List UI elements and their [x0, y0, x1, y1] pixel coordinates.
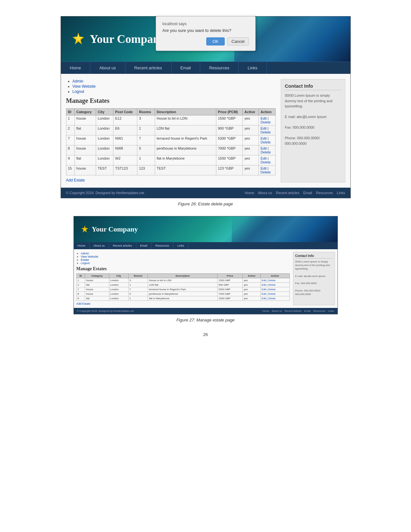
nav-home-27[interactable]: Home	[74, 242, 90, 249]
footer-nav-27: Home About us Recent articles Email Reso…	[262, 310, 334, 312]
dialog-ok-button[interactable]: OK	[206, 37, 225, 45]
footer-recent-26[interactable]: Recent articles	[276, 191, 299, 195]
figure-27-wrapper: Your Company Home About us Recent articl…	[73, 216, 338, 322]
edit-link-7[interactable]: Edit	[260, 136, 267, 140]
figure-27-caption: Figure 27: Manage estate page	[73, 318, 338, 322]
footer-email-27[interactable]: Email	[304, 310, 311, 312]
footer-recent-27[interactable]: Recent articles	[285, 310, 302, 312]
edit-link-2[interactable]: Edit	[260, 126, 267, 130]
main-content-26: Admin View Website Logout Manage Estates…	[61, 74, 350, 188]
dialog-buttons: OK Cancel	[162, 37, 249, 45]
site-footer-26: © Copyright 2018. Designed by htmltempla…	[61, 188, 350, 198]
table-row: 2 flat London 1 LDN flat 900 GBP yes Edi…	[76, 283, 289, 287]
table-row: 9 flat London W2 1 flat in Marylebone 15…	[66, 155, 275, 165]
footer-resources-27[interactable]: Resources	[313, 310, 326, 312]
page-heading-26: Manage Estates	[66, 97, 276, 104]
delete-dialog: localhost says Are you sure you want to …	[156, 16, 256, 51]
nav-email-27[interactable]: Email	[136, 242, 152, 249]
table-row: 1 house London E12 3 House to let in LDN…	[66, 115, 275, 125]
nav-resources-27[interactable]: Resources	[152, 242, 173, 249]
website-frame-26: localhost says Are you sure you want to …	[61, 16, 351, 198]
nav-recent-26[interactable]: Recent articles	[125, 62, 171, 74]
site-footer-27: © Copyright 2018. Designed by htmltempla…	[74, 308, 338, 314]
footer-copyright-26: © Copyright 2018. Designed by htmltempla…	[66, 191, 144, 195]
dialog-cancel-button[interactable]: Cancel	[227, 37, 249, 45]
breadcrumb-admin[interactable]: Admin	[73, 79, 83, 84]
th-rooms: Rooms	[137, 109, 155, 115]
footer-resources-26[interactable]: Resources	[316, 191, 333, 195]
footer-home-26[interactable]: Home	[245, 191, 254, 195]
figure-26-caption: Figure 26: Estate delete page	[61, 202, 351, 206]
th-active: Active	[243, 109, 259, 115]
table-row: 2 flat London E6 1 LDN flat 900 *GBP yes…	[66, 125, 275, 135]
site-title-27: Your Company	[92, 225, 138, 233]
del-s-1[interactable]: Delete	[268, 279, 276, 282]
edit-link-8[interactable]: Edit	[260, 146, 267, 150]
nav-home-26[interactable]: Home	[61, 62, 91, 74]
breadcrumb-27: Admin View Website Estate Logout	[76, 252, 290, 265]
delete-link-9[interactable]: Delete	[260, 160, 271, 164]
nav-bar-27: Home About us Recent articles Email Reso…	[74, 242, 338, 249]
site-header-27: Your Company	[74, 216, 338, 242]
bc-logout-27[interactable]: Logout	[81, 261, 90, 265]
footer-aboutus-27[interactable]: About us	[272, 310, 282, 312]
nav-aboutus-27[interactable]: About us	[90, 242, 109, 249]
figure-26-wrapper: localhost says Are you sure you want to …	[61, 16, 351, 206]
star-logo-icon	[71, 31, 86, 47]
edit-s-2[interactable]: Edit	[262, 283, 266, 286]
table-row: 7 house London NW1 7 terraced house in R…	[66, 135, 275, 145]
table-row: 8 house London NW8 5 penthouse in Maryle…	[66, 145, 275, 155]
footer-email-26[interactable]: Email	[303, 191, 312, 195]
del-s-9[interactable]: Delete	[268, 297, 276, 300]
svg-marker-2	[81, 225, 88, 232]
star-logo-icon-27	[80, 225, 89, 234]
nav-aboutus-26[interactable]: About us	[90, 62, 125, 74]
edit-link-15[interactable]: Edit	[260, 166, 267, 170]
nav-links-26[interactable]: Links	[239, 62, 267, 74]
nav-resources-26[interactable]: Resources	[200, 62, 239, 74]
edit-s-8[interactable]: Edit	[262, 292, 266, 295]
footer-links-26[interactable]: Links	[337, 191, 345, 195]
dialog-title: localhost says	[162, 22, 249, 26]
bc-estate-27[interactable]: Estate	[81, 258, 89, 261]
nav-recent-27[interactable]: Recent articles	[109, 242, 136, 249]
site-logo-26: Your Company	[71, 31, 165, 47]
footer-home-27[interactable]: Home	[262, 310, 269, 312]
delete-link-7[interactable]: Delete	[260, 140, 271, 144]
footer-aboutus-26[interactable]: About us	[258, 191, 272, 195]
estate-table-27: ID Category City Rooms Description Price…	[76, 273, 290, 301]
edit-link-9[interactable]: Edit	[260, 156, 267, 160]
th-city: City	[96, 109, 113, 115]
add-estate-link-26[interactable]: Add Estate	[66, 178, 276, 182]
edit-link-1[interactable]: Edit	[260, 116, 267, 120]
edit-s-9[interactable]: Edit	[262, 297, 266, 300]
table-row: 8 house London 5 penthouse in Marylebone…	[76, 292, 289, 296]
del-s-7[interactable]: Delete	[268, 288, 276, 291]
contact-sidebar-27: Contact Info 00/00 Lorem Ipsum is simply…	[293, 252, 335, 305]
contact-title-27: Contact Info	[295, 254, 333, 259]
table-row: 15 house TEST TST123 123 TEST 123 *GBP y…	[66, 165, 275, 175]
delete-link-15[interactable]: Delete	[260, 170, 271, 174]
edit-s-7[interactable]: Edit	[262, 288, 266, 291]
add-estate-link-27[interactable]: Add Estate	[76, 302, 290, 305]
page-number: 26	[0, 332, 411, 343]
website-frame-27: Your Company Home About us Recent articl…	[73, 216, 338, 314]
table-row: 7 house London 7 terraced house in Regen…	[76, 287, 289, 292]
delete-link-8[interactable]: Delete	[260, 150, 271, 154]
delete-link-1[interactable]: Delete	[260, 120, 271, 124]
breadcrumb-logout[interactable]: Logout	[73, 89, 84, 94]
breadcrumb-view-website[interactable]: View Website	[73, 84, 96, 89]
nav-email-26[interactable]: Email	[171, 62, 201, 74]
edit-s-1[interactable]: Edit	[262, 279, 266, 282]
bc-view-27[interactable]: View Website	[81, 255, 98, 258]
delete-link-2[interactable]: Delete	[260, 130, 271, 134]
nav-links-27[interactable]: Links	[173, 242, 188, 249]
del-s-2[interactable]: Delete	[268, 283, 276, 286]
nav-bar-26: Home About us Recent articles Email Reso…	[61, 62, 350, 74]
page-container: localhost says Are you sure you want to …	[0, 0, 411, 532]
footer-links-27[interactable]: Links	[328, 310, 334, 312]
bc-admin-27[interactable]: Admin	[81, 252, 89, 255]
main-content-27: Admin View Website Estate Logout Manage …	[74, 249, 338, 308]
table-row: 9 flat London 1 flat in Marylebone 1500 …	[76, 296, 289, 301]
del-s-8[interactable]: Delete	[268, 292, 276, 295]
